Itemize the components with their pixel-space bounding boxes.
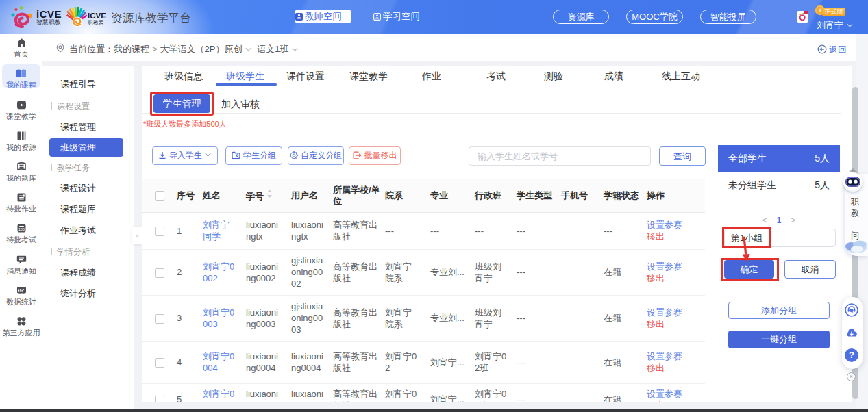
svg-text:100: 100 xyxy=(18,227,25,231)
